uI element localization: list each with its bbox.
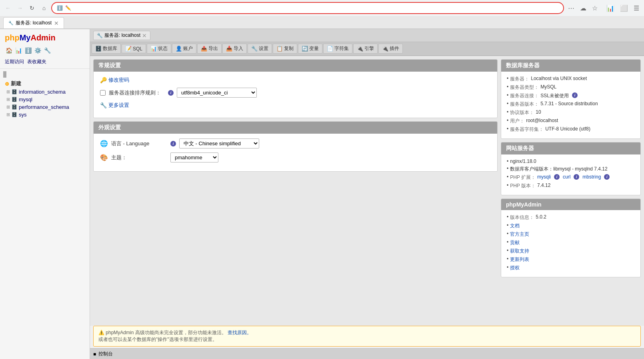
home-icon[interactable]: 🏠 [5,46,13,54]
globe-icon: 🌐 [100,140,108,147]
mysqli-link[interactable]: mysqli [537,174,551,180]
nav-databases[interactable]: 🗄️ 数据库 [92,44,121,54]
pma-license-link[interactable]: 授权 [510,265,520,271]
sidebar-db-mysql[interactable]: ⊞ 🗄️ mysql [2,96,88,103]
logo-text: phpMyAdmin [5,36,56,42]
url-input[interactable]: 192.168.0.11/phpadmin/index.php [74,5,558,11]
curl-link[interactable]: curl [563,174,570,180]
change-password-row: 🔑 修改密码 [100,76,491,84]
nav-charset[interactable]: 📄 字符集 [323,44,352,54]
server-tab-close[interactable]: ✕ [142,32,147,39]
nav-export[interactable]: 📤 导出 [197,44,222,54]
more-settings-link[interactable]: 🔧 更多设置 [100,102,129,109]
sidebar-db-information-schema[interactable]: ⊞ 🗄️ information_schema [2,88,88,96]
sidebar-db-performance-schema[interactable]: ⊞ 🗄️ performance_schema [2,103,88,111]
nav-accounts[interactable]: 👤 账户 [172,44,196,54]
nav-engines[interactable]: 🔌 引擎 [353,44,378,54]
key-icon: 🔑 [100,77,107,83]
active-tab[interactable]: 🔧 服务器: localhost ✕ [3,17,64,28]
web-server-box: 网站服务器 • nginx/1.18.0 • 数据库客户端版本：libmysql… [501,142,641,195]
db-server-row-3: • 服务器版本： 5.7.31 - Source distribution [507,101,635,108]
db-server-value-2: SSL未被使用 [540,92,569,99]
warning-bar: ⚠️ phpMyAdmin 高级功能尚未完全设置，部分功能未激活。 查找原因。 … [93,326,641,347]
browser-actions: ⋯ ☁ ☆ 📊 ⬜ ☰ [566,4,641,13]
pma-support-link[interactable]: 获取支持 [510,248,529,255]
sidebar-db-sys[interactable]: ⊞ 🗄️ sys [2,111,88,118]
nav-plugins[interactable]: 🔌 插件 [378,44,403,54]
tab-title: 服务器: localhost [16,20,52,26]
back-button[interactable]: ← [3,3,13,13]
nav-import[interactable]: 📥 导入 [222,44,247,54]
collation-select[interactable]: utf8mb4_unicode_ci [177,88,257,98]
language-help-icon[interactable]: i [170,141,176,146]
browser-chrome: ← → ↻ ⌂ ℹ️ ✏️ 192.168.0.11/phpadmin/inde… [0,0,644,29]
settings-icon[interactable]: ⚙️ [34,46,42,54]
pma-contribute-link[interactable]: 贡献 [510,239,520,246]
plus-icon: ⊕ [5,81,9,87]
home-button[interactable]: ⌂ [39,3,49,13]
server-tab[interactable]: 🔧 服务器: localhost ✕ [93,31,150,40]
php-version-value: 7.4.12 [537,183,550,188]
address-bar: ℹ️ ✏️ 192.168.0.11/phpadmin/index.php [51,2,564,14]
db-server-value-5: root@localhost [526,118,558,123]
db-server-value-4: 10 [536,109,541,115]
warning-icon: ⚠️ [98,330,104,335]
collation-checkbox[interactable] [100,90,106,96]
refresh-button[interactable]: ↻ [27,3,37,13]
db-icon-1: 🗄️ [12,89,17,94]
db-name-2: mysql [19,96,32,102]
nav-status[interactable]: 📊 状态 [147,44,171,54]
tab-favicon-icon: 🔧 [8,21,13,25]
nav-sql[interactable]: 📝 SQL [122,44,146,53]
forward-button[interactable]: → [15,3,25,13]
more-settings-row: 🔧 更多设置 [100,102,491,109]
nav-replicate[interactable]: 📋 复制 [273,44,297,54]
mbstring-link[interactable]: mbstring [582,174,601,180]
theme-label: 主题： [111,154,167,161]
databases-icon: 🗄️ [95,46,102,52]
ssl-help-icon[interactable]: i [572,92,578,98]
collation-help-icon[interactable]: i [168,90,174,96]
mbstring-help-icon[interactable]: i [604,174,610,180]
wrench-icon[interactable]: 🔧 [43,46,51,54]
db-server-row-6: • 服务器字符集： UTF-8 Unicode (utf8) [507,126,635,133]
mysqli-help-icon[interactable]: i [554,174,560,180]
extensions-button[interactable]: ⋯ [566,4,576,13]
bookmarks-link[interactable]: 表收藏夹 [27,58,46,65]
db-server-body: • 服务器： Localhost via UNIX socket • 服务器类型… [501,72,640,138]
sidebar: phpMyAdmin 🏠 📊 ℹ️ ⚙️ 🔧 近期访问 表收藏夹 ⊕ 新建 ⊞ … [0,29,90,359]
info-icon[interactable]: ℹ️ [24,46,32,54]
pocket-button[interactable]: ☁ [578,4,588,13]
sidebar-new-item[interactable]: ⊕ 新建 [2,79,88,88]
nav-settings[interactable]: 🔧 设置 [248,44,272,54]
db-server-row-5: • 用户： root@localhost [507,118,635,124]
pma-homepage-link[interactable]: 官方主页 [510,231,529,238]
menu-button[interactable]: ☰ [632,4,641,13]
split-view-button[interactable]: ⬜ [618,4,630,13]
change-password-link[interactable]: 🔑 修改密码 [100,76,129,84]
db-name-4: sys [19,112,27,118]
curl-help-icon[interactable]: i [574,174,579,180]
replicate-icon: 📋 [276,46,283,52]
import-icon: 📥 [226,46,232,52]
warning-text2: 或者也可以去某个数据库的"操作"选项卡那里进行设置。 [98,337,217,342]
database-icon[interactable]: 📊 [14,46,22,54]
tab-close-button[interactable]: ✕ [54,20,59,26]
recent-link[interactable]: 近期访问 [5,58,24,65]
language-select[interactable]: 中文 - Chinese simplified [179,138,259,148]
expand-icon-4: ⊞ [6,112,10,117]
db-server-label-1: 服务器类型： [510,84,539,91]
reading-list-button[interactable]: 📊 [605,4,616,13]
bookmark-button[interactable]: ☆ [590,4,599,13]
warning-link[interactable]: 查找原因。 [228,330,252,335]
pma-docs-link[interactable]: 文档 [510,223,520,229]
nav-variables[interactable]: 🔄 变量 [298,44,322,54]
theme-select[interactable]: pmahomme [170,152,218,162]
db-server-row-4: • 协议版本： 10 [507,109,635,116]
sidebar-arrow [3,71,6,78]
expand-icon-2: ⊞ [6,97,10,102]
export-icon: 📤 [201,46,207,52]
pma-version-row: • 版本信息： 5.0.2 [507,214,635,221]
pma-changelog-link[interactable]: 更新列表 [510,256,529,263]
db-name-1: information_schema [19,89,66,95]
